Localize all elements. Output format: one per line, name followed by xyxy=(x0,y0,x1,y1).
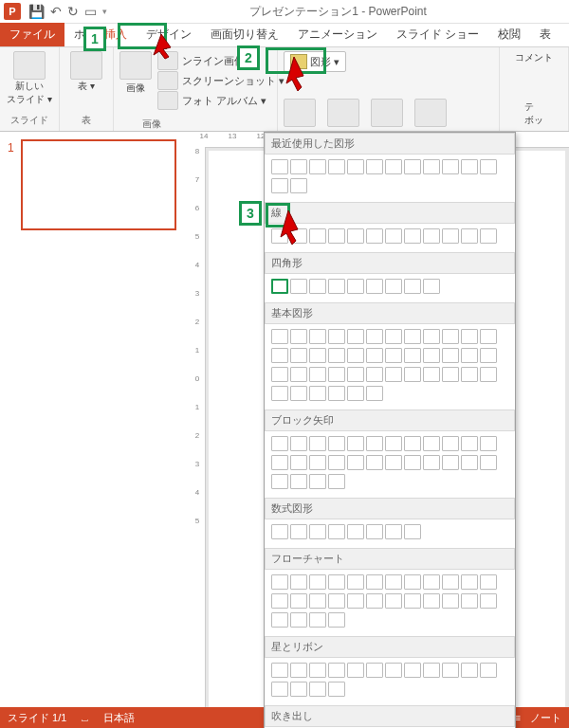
table-label[interactable]: 表 ▾ xyxy=(78,80,95,93)
shape-item[interactable] xyxy=(366,159,383,174)
shape-item[interactable] xyxy=(271,593,288,609)
redo-icon[interactable]: ↻ xyxy=(67,4,79,19)
shape-item[interactable] xyxy=(347,159,364,174)
shape-item[interactable] xyxy=(385,228,402,244)
shape-item[interactable] xyxy=(366,593,383,609)
shape-item[interactable] xyxy=(271,574,288,590)
shape-item[interactable] xyxy=(290,348,307,363)
shape-item[interactable] xyxy=(328,474,345,489)
shape-item[interactable] xyxy=(271,682,288,697)
shape-item[interactable] xyxy=(480,455,497,470)
shape-item[interactable] xyxy=(309,348,326,363)
shape-item[interactable] xyxy=(461,455,478,470)
shape-item[interactable] xyxy=(442,574,459,590)
shape-item[interactable] xyxy=(290,612,307,628)
shape-item[interactable] xyxy=(480,574,497,590)
shape-item[interactable] xyxy=(309,474,326,489)
shape-item[interactable] xyxy=(271,612,288,628)
shape-item[interactable] xyxy=(366,574,383,590)
shape-item[interactable] xyxy=(385,593,402,609)
shape-item[interactable] xyxy=(385,574,402,590)
shape-item[interactable] xyxy=(366,663,383,678)
shape-item[interactable] xyxy=(423,663,440,678)
shape-item[interactable] xyxy=(347,228,364,244)
shape-item[interactable] xyxy=(290,386,307,401)
shape-item[interactable] xyxy=(309,367,326,382)
shape-item[interactable] xyxy=(347,386,364,401)
shape-item[interactable] xyxy=(309,228,326,244)
shape-item[interactable] xyxy=(480,663,497,678)
shape-item[interactable] xyxy=(366,524,383,539)
shape-item[interactable] xyxy=(423,279,440,294)
shape-item[interactable] xyxy=(423,455,440,470)
shape-item[interactable] xyxy=(290,436,307,451)
shape-item[interactable] xyxy=(309,329,326,344)
shape-item[interactable] xyxy=(271,386,288,401)
shape-item[interactable] xyxy=(347,524,364,539)
apps-icon[interactable] xyxy=(371,99,403,127)
shape-item[interactable] xyxy=(404,159,421,174)
undo-icon[interactable]: ↶ xyxy=(50,4,62,19)
shape-item[interactable] xyxy=(404,367,421,382)
pictures-icon[interactable] xyxy=(119,51,152,80)
shape-item[interactable] xyxy=(480,436,497,451)
shape-item[interactable] xyxy=(385,524,402,539)
shape-item[interactable] xyxy=(328,436,345,451)
shape-item[interactable] xyxy=(271,329,288,344)
shape-item[interactable] xyxy=(271,436,288,451)
shape-item[interactable] xyxy=(290,159,307,174)
shape-item[interactable] xyxy=(328,159,345,174)
shape-item[interactable] xyxy=(480,329,497,344)
shape-item[interactable] xyxy=(290,367,307,382)
shape-item[interactable] xyxy=(309,159,326,174)
shape-item[interactable] xyxy=(309,663,326,678)
shape-item[interactable] xyxy=(404,279,421,294)
shape-item[interactable] xyxy=(347,436,364,451)
shape-item[interactable] xyxy=(461,228,478,244)
comments-label[interactable]: コメント xyxy=(515,51,553,64)
shape-item[interactable] xyxy=(290,178,307,193)
textbox-label[interactable]: テ ボッ xyxy=(524,100,543,127)
shape-item[interactable] xyxy=(271,455,288,470)
shape-item[interactable] xyxy=(309,386,326,401)
hyperlink-icon[interactable] xyxy=(414,99,447,127)
shape-item[interactable] xyxy=(271,474,288,489)
shape-item[interactable] xyxy=(385,329,402,344)
shape-item[interactable] xyxy=(328,329,345,344)
shape-item[interactable] xyxy=(328,279,345,294)
shape-item[interactable] xyxy=(328,455,345,470)
shape-item[interactable] xyxy=(347,279,364,294)
notes-label[interactable]: ノート xyxy=(530,711,561,725)
shape-item[interactable] xyxy=(328,348,345,363)
shape-item[interactable] xyxy=(423,329,440,344)
shape-item[interactable] xyxy=(309,574,326,590)
shape-item[interactable] xyxy=(385,159,402,174)
shape-item[interactable] xyxy=(328,228,345,244)
shape-item[interactable] xyxy=(423,436,440,451)
shape-item[interactable] xyxy=(480,159,497,174)
shape-item[interactable] xyxy=(404,663,421,678)
shape-item[interactable] xyxy=(423,367,440,382)
shape-item[interactable] xyxy=(404,228,421,244)
slide-thumb-1[interactable] xyxy=(21,139,176,230)
shape-item[interactable] xyxy=(309,682,326,697)
shape-item[interactable] xyxy=(290,474,307,489)
shape-item[interactable] xyxy=(328,612,345,628)
shape-item[interactable] xyxy=(423,228,440,244)
pictures-label[interactable]: 画像 xyxy=(126,82,145,95)
table-icon[interactable] xyxy=(70,51,102,80)
shape-item[interactable] xyxy=(366,367,383,382)
shape-item[interactable] xyxy=(309,279,326,294)
shape-item[interactable] xyxy=(404,329,421,344)
shape-item[interactable] xyxy=(328,593,345,609)
shape-item[interactable] xyxy=(480,228,497,244)
shape-item[interactable] xyxy=(290,329,307,344)
tab-view[interactable]: 表 xyxy=(530,23,560,46)
shape-item[interactable] xyxy=(385,279,402,294)
shape-item[interactable] xyxy=(347,367,364,382)
chart-icon[interactable] xyxy=(327,99,359,127)
smartart-icon[interactable] xyxy=(284,99,316,127)
shape-item[interactable] xyxy=(271,178,288,193)
shape-item[interactable] xyxy=(423,348,440,363)
shape-item[interactable] xyxy=(328,524,345,539)
